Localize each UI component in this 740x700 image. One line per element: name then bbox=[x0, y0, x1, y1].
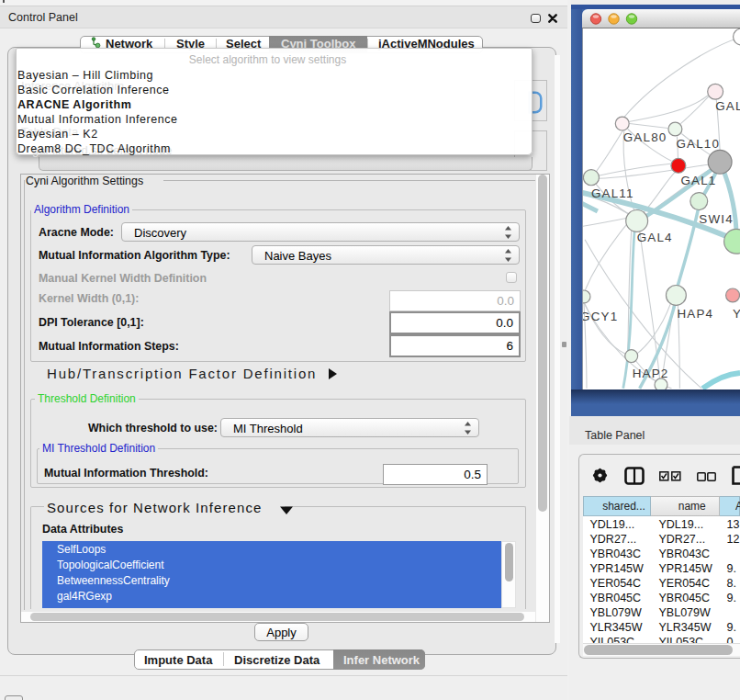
svg-text:GCY1: GCY1 bbox=[582, 310, 618, 323]
svg-text:SWI4: SWI4 bbox=[699, 212, 734, 226]
svg-text:HAP4: HAP4 bbox=[677, 307, 713, 321]
svg-text:GAL4: GAL4 bbox=[637, 231, 673, 244]
svg-text:GAL10: GAL10 bbox=[676, 137, 720, 151]
svg-text:GAL11: GAL11 bbox=[591, 186, 634, 200]
svg-text:HAP2: HAP2 bbox=[633, 367, 669, 380]
svg-text:GAL80: GAL80 bbox=[623, 130, 667, 144]
svg-text:GAL7: GAL7 bbox=[715, 99, 740, 113]
svg-text:YJ: YJ bbox=[733, 307, 740, 321]
svg-text:GAL1: GAL1 bbox=[680, 174, 716, 187]
